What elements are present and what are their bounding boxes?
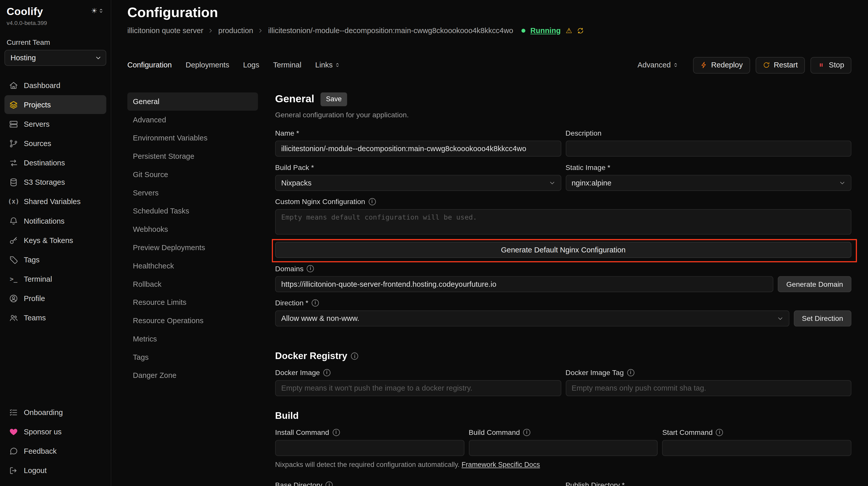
breadcrumb-project[interactable]: illicitonion quote server — [127, 27, 204, 35]
tab-configuration[interactable]: Configuration — [127, 61, 172, 69]
info-icon[interactable]: i — [368, 198, 375, 205]
framework-docs-link[interactable]: Framework Specific Docs — [462, 461, 540, 468]
breadcrumb-application[interactable]: illicitestonion/-module--decomposition:m… — [268, 27, 513, 35]
key-icon — [9, 235, 18, 245]
docker-image-input[interactable] — [275, 380, 561, 396]
subnav-item-rollback[interactable]: Rollback — [127, 275, 258, 293]
team-select[interactable]: Hosting — [4, 50, 106, 66]
info-icon[interactable]: i — [627, 369, 634, 376]
sidebar-item-servers[interactable]: Servers — [4, 115, 106, 133]
subnav-item-git-source[interactable]: Git Source — [127, 165, 258, 184]
stop-button[interactable]: Stop — [810, 57, 851, 73]
sidebar-item-sources[interactable]: Sources — [4, 134, 106, 153]
sidebar-item-shared-variables[interactable]: (x) Shared Variables — [4, 192, 106, 211]
static-image-select[interactable]: nginx:alpine — [565, 175, 851, 191]
docker-image-tag-input[interactable] — [565, 380, 851, 396]
name-label: Name * — [275, 129, 561, 137]
info-icon[interactable]: i — [333, 429, 340, 436]
sidebar-nav: Dashboard Projects Servers Sources Desti… — [4, 76, 106, 327]
subnav-item-scheduled-tasks[interactable]: Scheduled Tasks — [127, 202, 258, 220]
start-command-input[interactable] — [662, 440, 851, 456]
name-input[interactable] — [275, 140, 561, 157]
restart-button[interactable]: Restart — [755, 57, 805, 73]
bell-icon — [9, 216, 18, 225]
generate-domain-button[interactable]: Generate Domain — [778, 276, 851, 292]
set-direction-button[interactable]: Set Direction — [794, 310, 851, 326]
tab-logs[interactable]: Logs — [243, 61, 259, 69]
chevron-down-icon — [548, 179, 555, 186]
sidebar-item-dashboard[interactable]: Dashboard — [4, 76, 106, 95]
subnav-item-danger-zone[interactable]: Danger Zone — [127, 366, 258, 385]
subnav-item-metrics[interactable]: Metrics — [127, 330, 258, 348]
sidebar-item-s3-storages[interactable]: S3 Storages — [4, 173, 106, 192]
tab-deployments[interactable]: Deployments — [186, 61, 229, 69]
build-pack-select[interactable]: Nixpacks — [275, 175, 561, 191]
subnav-item-tags[interactable]: Tags — [127, 348, 258, 366]
nginx-config-label: Custom Nginx Configuration i — [275, 197, 851, 206]
build-pack-label: Build Pack * — [275, 163, 561, 171]
warning-icon[interactable]: ⚠ — [566, 27, 572, 34]
subnav-item-resource-operations[interactable]: Resource Operations — [127, 312, 258, 330]
sidebar-item-destinations[interactable]: Destinations — [4, 153, 106, 172]
current-team-label: Current Team — [7, 38, 104, 46]
sidebar-item-logout[interactable]: Logout — [4, 461, 106, 480]
chevron-right-icon — [208, 27, 213, 35]
general-settings-form: General Save General configuration for y… — [275, 92, 851, 486]
info-icon[interactable]: i — [351, 353, 359, 360]
subnav-item-preview-deployments[interactable]: Preview Deployments — [127, 238, 258, 257]
save-button[interactable]: Save — [320, 92, 347, 106]
subnav-item-healthcheck[interactable]: Healthcheck — [127, 257, 258, 275]
install-command-input[interactable] — [275, 440, 464, 456]
domains-label: Domains i — [275, 264, 851, 273]
section-heading-general: General — [275, 93, 314, 105]
logout-icon — [9, 466, 18, 475]
sidebar-item-terminal[interactable]: >_ Terminal — [4, 269, 106, 288]
tab-links[interactable]: Links — [315, 61, 340, 69]
restart-icon — [763, 62, 770, 69]
chevron-down-icon — [776, 315, 783, 322]
docker-image-tag-label: Docker Image Tag i — [565, 368, 851, 377]
sidebar-item-projects[interactable]: Projects — [4, 95, 106, 114]
app-version: v4.0.0-beta.399 — [7, 19, 47, 26]
settings-subnav: General Advanced Environment Variables P… — [127, 92, 258, 486]
subnav-item-resource-limits[interactable]: Resource Limits — [127, 293, 258, 312]
subnav-item-general[interactable]: General — [127, 92, 258, 111]
refresh-cycle-icon[interactable] — [577, 27, 584, 34]
advanced-dropdown[interactable]: Advanced — [638, 61, 678, 69]
domains-input[interactable] — [275, 276, 774, 292]
description-input[interactable] — [565, 140, 851, 157]
info-icon[interactable]: i — [312, 299, 319, 306]
base-directory-label: Base Directory i — [275, 481, 561, 486]
tab-terminal[interactable]: Terminal — [273, 61, 301, 69]
sidebar-item-teams[interactable]: Teams — [4, 308, 106, 327]
sidebar-item-feedback[interactable]: Feedback — [4, 442, 106, 460]
subnav-item-webhooks[interactable]: Webhooks — [127, 220, 258, 238]
sidebar-item-notifications[interactable]: Notifications — [4, 212, 106, 230]
info-icon[interactable]: i — [323, 369, 331, 376]
heart-icon — [9, 427, 18, 436]
home-icon — [9, 80, 18, 90]
subnav-item-environment-variables[interactable]: Environment Variables — [127, 129, 258, 147]
sidebar-item-profile[interactable]: Profile — [4, 289, 106, 307]
theme-switcher[interactable]: ☀ — [91, 7, 104, 14]
subnav-item-advanced[interactable]: Advanced — [127, 110, 258, 129]
info-icon[interactable]: i — [307, 265, 314, 272]
direction-select[interactable]: Allow www & non-www. — [275, 310, 789, 326]
sidebar-item-sponsor[interactable]: Sponsor us — [4, 422, 106, 441]
nginx-config-textarea[interactable] — [275, 209, 851, 235]
info-icon[interactable]: i — [523, 429, 530, 436]
server-icon — [9, 119, 18, 129]
status-badge[interactable]: Running — [530, 27, 561, 35]
info-icon[interactable]: i — [326, 481, 333, 486]
generate-nginx-config-button[interactable]: Generate Default Nginx Configuration — [275, 242, 851, 258]
sidebar-item-onboarding[interactable]: Onboarding — [4, 403, 106, 422]
subnav-item-persistent-storage[interactable]: Persistent Storage — [127, 147, 258, 165]
subnav-item-servers[interactable]: Servers — [127, 184, 258, 202]
breadcrumb-environment[interactable]: production — [218, 27, 253, 35]
sidebar-item-keys-tokens[interactable]: Keys & Tokens — [4, 231, 106, 250]
chevron-down-icon — [839, 179, 846, 186]
redeploy-button[interactable]: Redeploy — [693, 57, 750, 73]
build-command-input[interactable] — [469, 440, 658, 456]
sidebar-item-tags[interactable]: Tags — [4, 250, 106, 269]
info-icon[interactable]: i — [716, 429, 723, 436]
